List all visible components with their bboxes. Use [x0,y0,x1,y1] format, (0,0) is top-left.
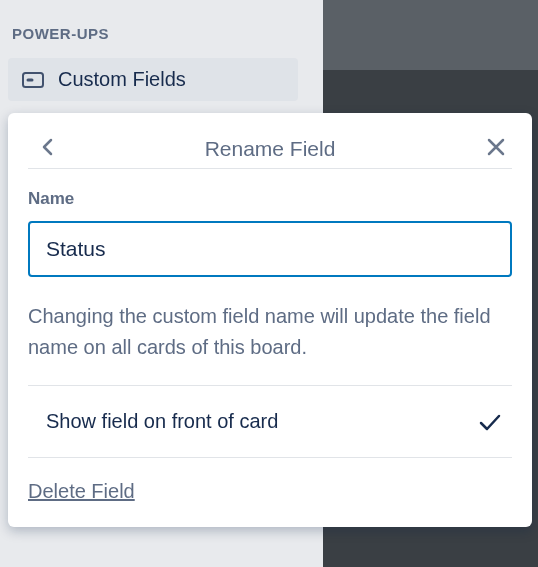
help-text: Changing the custom field name will upda… [28,301,512,386]
name-field-label: Name [28,189,512,209]
rename-field-panel: Rename Field Name Changing the custom fi… [8,113,532,527]
custom-fields-label: Custom Fields [58,68,186,91]
name-input[interactable] [28,221,512,277]
close-button[interactable] [480,131,512,163]
delete-field-link[interactable]: Delete Field [28,480,135,503]
close-icon [486,137,506,157]
custom-fields-icon [22,72,44,88]
svg-rect-1 [27,78,34,81]
chevron-left-icon [40,135,56,159]
panel-header: Rename Field [28,129,512,169]
custom-fields-powerup[interactable]: Custom Fields [8,58,298,101]
panel-title: Rename Field [205,137,336,161]
show-on-front-toggle[interactable]: Show field on front of card [28,386,512,458]
back-button[interactable] [32,131,64,163]
toggle-label: Show field on front of card [46,410,278,433]
powerups-section-title: POWER-UPS [0,0,538,52]
check-icon [478,412,502,432]
